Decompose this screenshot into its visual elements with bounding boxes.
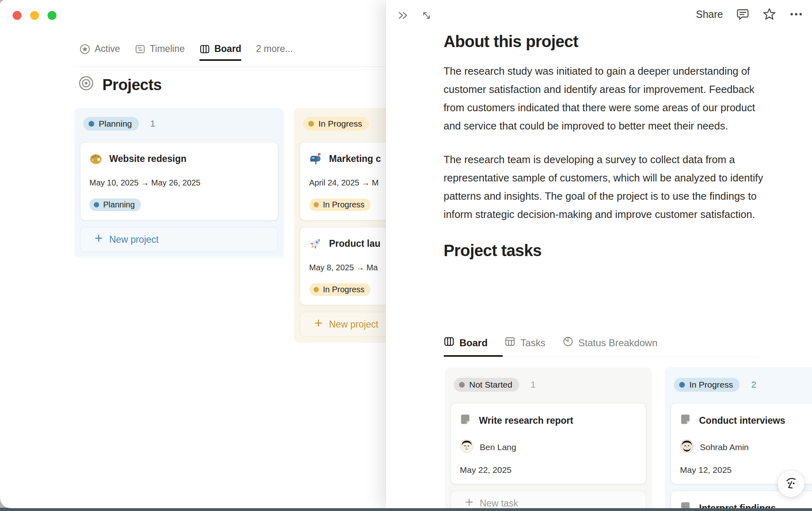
card-title: Product lau [329, 238, 381, 249]
status-label: In Progress [323, 200, 364, 209]
page-icon [460, 413, 472, 428]
tasks-heading: Project tasks [444, 241, 769, 260]
rocket-icon [309, 237, 322, 250]
card-title: Write research report [479, 415, 573, 426]
tab-label: 2 more... [256, 43, 293, 54]
timeline-icon [135, 44, 145, 54]
card-title: Conduct interviews [699, 415, 785, 426]
database-view-tabs: Active Timeline Board 2 more... [80, 43, 293, 61]
status-label: In Progress [689, 380, 733, 390]
expand-page-icon[interactable] [420, 9, 433, 22]
about-heading: About this project [444, 32, 769, 51]
status-pill-planning[interactable]: Planning [83, 117, 139, 131]
board-icon [444, 336, 455, 349]
tab-board-view[interactable]: Board [199, 43, 241, 61]
about-paragraph-1: The research study was initiated to gain… [444, 62, 764, 135]
project-card-website-redesign[interactable]: Website redesign May 10, 2025 → May 26, … [80, 142, 278, 220]
new-task-label: New task [480, 498, 518, 509]
close-peek-chevrons-icon[interactable] [396, 9, 409, 22]
tab-label: Tasks [520, 337, 545, 349]
notion-ai-button[interactable] [777, 470, 805, 497]
zoom-window-button[interactable] [48, 11, 56, 20]
column-count: 2 [751, 379, 756, 390]
panel-header: Share [386, 0, 812, 32]
page-icon [680, 413, 692, 428]
card-title: Website redesign [109, 153, 186, 164]
avatar-sohrab-amin [680, 439, 694, 455]
plus-icon [465, 498, 474, 508]
tab-more-views[interactable]: 2 more... [256, 43, 293, 61]
desktop-bottom-edge [0, 508, 812, 511]
column-header: In Progress 2 [674, 378, 812, 392]
status-label: Planning [103, 200, 135, 209]
card-status-tag: Planning [89, 198, 141, 211]
tabs-divider [74, 67, 386, 67]
task-due-date: May 22, 2025 [460, 465, 637, 475]
column-count: 1 [150, 119, 155, 129]
close-window-button[interactable] [13, 11, 22, 20]
tab-label: Active [95, 43, 120, 54]
plus-icon [94, 234, 103, 245]
notion-window: Active Timeline Board 2 more... Projects… [0, 0, 812, 508]
assignee-row: Sohrab Amin [680, 439, 812, 455]
card-title: Marketing c [329, 153, 381, 164]
status-label: Planning [99, 119, 132, 129]
tab-label: Board [459, 337, 487, 349]
active-tab-underline [444, 355, 503, 357]
status-dot [308, 121, 314, 127]
tab-status-breakdown[interactable]: Status Breakdown [563, 336, 658, 349]
tab-active-view[interactable]: Active [80, 43, 120, 61]
projects-column-planning: Planning 1 Website redesign May 10, 2025… [74, 108, 284, 258]
tab-task-board[interactable]: Board [444, 336, 487, 349]
plus-icon [314, 319, 323, 330]
new-project-label: New project [109, 234, 158, 245]
tab-task-table[interactable]: Tasks [505, 336, 545, 349]
avatar-ben-lang [460, 439, 474, 455]
minimize-window-button[interactable] [30, 11, 39, 20]
tab-label: Board [214, 43, 241, 54]
status-label: In Progress [318, 119, 362, 129]
status-label: Not Started [469, 380, 512, 390]
assignee-name: Ben Lang [480, 442, 516, 452]
share-button[interactable]: Share [696, 9, 723, 20]
favorite-star-icon[interactable] [762, 7, 776, 21]
more-options-icon[interactable] [789, 12, 803, 17]
status-dot [94, 202, 99, 207]
palette-icon [89, 152, 102, 165]
about-paragraph-2: The research team is developing a survey… [444, 151, 764, 224]
new-project-button-planning[interactable]: New project [80, 227, 278, 252]
status-pill-in-progress[interactable]: In Progress [674, 378, 740, 392]
card-title: Interpret findings [699, 503, 776, 509]
new-task-button[interactable]: New task [450, 491, 646, 508]
target-icon [78, 75, 94, 95]
card-date-range: May 10, 2025 → May 26, 2025 [89, 178, 269, 188]
tab-timeline-view[interactable]: Timeline [135, 43, 185, 61]
comments-icon[interactable] [736, 8, 749, 21]
tasks-column-not-started: Not Started 1 Write research report Ben … [445, 367, 652, 508]
pie-chart-icon [563, 336, 574, 349]
column-count: 1 [531, 379, 535, 390]
window-controls [13, 11, 56, 20]
star-circle-icon [80, 44, 90, 54]
card-status-tag: In Progress [309, 198, 370, 211]
status-dot [314, 202, 319, 207]
board-icon [199, 44, 210, 54]
page-body: About this project The research study wa… [444, 32, 769, 260]
status-dot [679, 382, 685, 388]
status-pill-in-progress[interactable]: In Progress [303, 117, 369, 131]
column-header: Not Started 1 [454, 378, 646, 392]
new-project-label: New project [329, 319, 378, 330]
column-header: Planning 1 [83, 117, 278, 131]
database-title-row: Projects [78, 75, 162, 95]
page-icon [680, 501, 692, 508]
status-dot [314, 287, 319, 292]
table-icon [505, 336, 515, 349]
tab-label: Status Breakdown [578, 337, 658, 349]
assignee-row: Ben Lang [460, 439, 637, 455]
side-peek-panel: Share About this project The research st… [386, 0, 812, 508]
tab-label: Timeline [150, 43, 185, 54]
card-status-tag: In Progress [309, 283, 370, 296]
status-pill-not-started[interactable]: Not Started [454, 378, 519, 392]
mailbox-icon [309, 152, 322, 165]
task-card-write-research-report[interactable]: Write research report Ben Lang May 22, 2… [450, 403, 646, 484]
